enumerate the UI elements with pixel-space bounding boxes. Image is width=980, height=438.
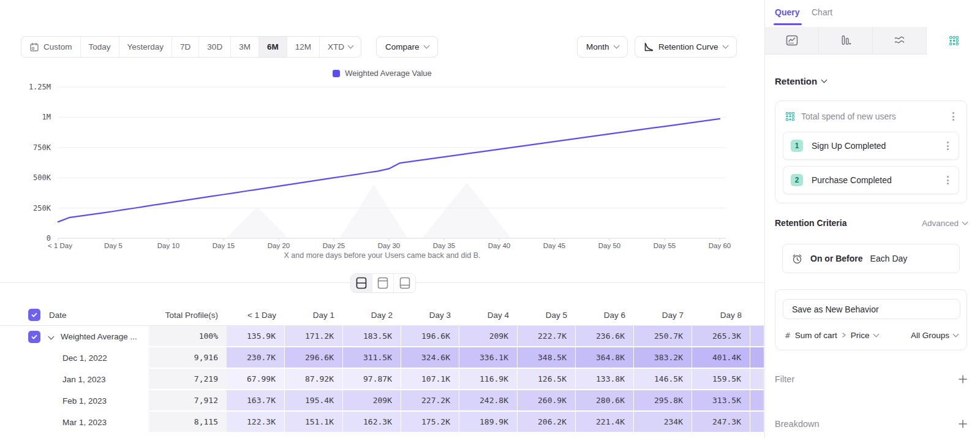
plus-icon[interactable] (959, 375, 967, 383)
kebab-menu-icon[interactable] (944, 139, 951, 153)
save-as-new-behavior-button[interactable]: Save as New Behavior (783, 299, 960, 319)
layout-chart-toggle[interactable] (372, 274, 394, 292)
column-header[interactable]: Day 2 (343, 304, 401, 325)
total-profiles-cell[interactable]: 100% (149, 326, 227, 347)
heatmap-cell[interactable]: 250.7K (634, 326, 692, 347)
heatmap-cell[interactable]: 311.5K (343, 347, 401, 369)
total-profiles-cell[interactable]: 9,916 (149, 347, 227, 369)
total-profiles-cell[interactable]: 8,115 (149, 412, 227, 433)
heatmap-cell[interactable]: 221.4K (576, 412, 634, 433)
heatmap-cell[interactable]: 336.1K (459, 347, 518, 369)
behavior-card-header[interactable]: Total spend of new users (775, 101, 967, 132)
layout-split-toggle[interactable] (351, 274, 372, 292)
behavior-step-2[interactable]: 2 Purchase Completed (783, 166, 959, 194)
heatmap-cell[interactable]: 260.9K (518, 390, 576, 412)
heatmap-cell[interactable]: 189.9K (459, 412, 518, 433)
heatmap-cell[interactable]: 295.8K (634, 390, 692, 412)
column-header[interactable]: Day 6 (576, 304, 634, 325)
range-custom[interactable]: Custom (21, 37, 81, 57)
column-header-date[interactable]: Date (0, 304, 149, 325)
heatmap-cell[interactable]: 126.5K (518, 369, 576, 390)
heatmap-cell[interactable]: 67.99K (227, 369, 285, 390)
heatmap-cell[interactable]: 97.87K (343, 369, 401, 390)
all-groups-dropdown[interactable]: All Groups (911, 331, 958, 340)
heatmap-cell[interactable]: 234K (634, 412, 692, 433)
heatmap-cell[interactable]: 116.9K (459, 369, 518, 390)
row-label-cell[interactable]: Weighted Average ... (0, 326, 149, 347)
column-header[interactable]: Total Profile(s) (149, 304, 227, 325)
heatmap-cell[interactable]: 209K (459, 326, 518, 347)
heatmap-cell-clipped[interactable] (750, 326, 764, 347)
row-checkbox[interactable] (28, 331, 40, 343)
heatmap-cell[interactable]: 122.3K (227, 412, 285, 433)
heatmap-cell[interactable]: 107.1K (401, 369, 459, 390)
range-6m[interactable]: 6M (259, 37, 287, 57)
heatmap-cell[interactable]: 247.3K (692, 412, 750, 433)
column-header[interactable]: Day 8 (692, 304, 750, 325)
heatmap-cell-clipped[interactable] (750, 347, 764, 369)
heatmap-cell[interactable]: 146.5K (634, 369, 692, 390)
report-tab-funnels[interactable] (819, 27, 873, 55)
total-profiles-cell[interactable]: 7,912 (149, 390, 227, 412)
heatmap-cell-clipped[interactable] (750, 390, 764, 412)
column-header[interactable]: Day 5 (518, 304, 576, 325)
heatmap-cell[interactable]: 280.6K (576, 390, 634, 412)
heatmap-cell-clipped[interactable] (750, 369, 764, 390)
range-7d[interactable]: 7D (172, 37, 199, 57)
advanced-dropdown[interactable]: Advanced (922, 219, 967, 228)
column-header[interactable]: Day 7 (634, 304, 692, 325)
row-label-cell[interactable]: Dec 1, 2022 (0, 347, 149, 369)
column-header[interactable]: Day 4 (459, 304, 518, 325)
heatmap-cell-clipped[interactable] (750, 412, 764, 433)
total-profiles-cell[interactable]: 7,219 (149, 369, 227, 390)
heatmap-cell[interactable]: 236.6K (576, 326, 634, 347)
column-header[interactable]: < 1 Day (227, 304, 285, 325)
layout-table-toggle[interactable] (394, 274, 415, 292)
heatmap-cell[interactable]: 364.8K (576, 347, 634, 369)
heatmap-cell[interactable]: 195.4K (285, 390, 343, 412)
report-tab-insights[interactable] (765, 27, 819, 55)
range-xtd[interactable]: XTD (320, 37, 361, 57)
tab-query[interactable]: Query (775, 7, 799, 17)
column-header[interactable]: Day 1 (285, 304, 343, 325)
heatmap-cell[interactable]: 209K (343, 390, 401, 412)
row-expander-icon[interactable] (48, 334, 55, 340)
heatmap-cell[interactable]: 242.8K (459, 390, 518, 412)
criteria-condition-box[interactable]: On or Before Each Day (782, 244, 960, 273)
heatmap-cell[interactable]: 230.7K (227, 347, 285, 369)
compare-button[interactable]: Compare (376, 36, 438, 58)
column-header[interactable]: Day 3 (401, 304, 459, 325)
range-30d[interactable]: 30D (199, 37, 231, 57)
heatmap-cell[interactable]: 159.5K (692, 369, 750, 390)
heatmap-cell[interactable]: 348.5K (518, 347, 576, 369)
heatmap-cell[interactable]: 324.6K (401, 347, 459, 369)
heatmap-cell[interactable]: 175.2K (401, 412, 459, 433)
heatmap-cell[interactable]: 222.7K (518, 326, 576, 347)
heatmap-cell[interactable]: 401.4K (692, 347, 750, 369)
granularity-button[interactable]: Month (577, 36, 628, 58)
heatmap-cell[interactable]: 183.5K (343, 326, 401, 347)
report-tab-retention[interactable] (927, 27, 980, 55)
heatmap-cell[interactable]: 151.1K (285, 412, 343, 433)
heatmap-cell[interactable]: 87.92K (285, 369, 343, 390)
range-today[interactable]: Today (81, 37, 119, 57)
behavior-step-1[interactable]: 1 Sign Up Completed (783, 132, 959, 160)
heatmap-cell[interactable]: 162.3K (343, 412, 401, 433)
heatmap-cell[interactable]: 135.9K (227, 326, 285, 347)
row-label-cell[interactable]: Feb 1, 2023 (0, 390, 149, 412)
range-12m[interactable]: 12M (287, 37, 320, 57)
retention-curve-chart[interactable]: 0250K500K750K1M1.25M< 1 DayDay 5Day 10Da… (0, 80, 764, 263)
tab-chart[interactable]: Chart (812, 7, 832, 17)
range-3m[interactable]: 3M (231, 37, 259, 57)
section-title[interactable]: Retention (775, 76, 826, 86)
heatmap-cell[interactable]: 265.3K (692, 326, 750, 347)
heatmap-cell[interactable]: 206.2K (518, 412, 576, 433)
kebab-menu-icon[interactable] (950, 110, 957, 123)
measure-row[interactable]: # Sum of cart Price All Groups (775, 319, 968, 351)
report-tab-flows[interactable] (873, 27, 927, 55)
range-yesterday[interactable]: Yesterday (119, 37, 173, 57)
heatmap-cell[interactable]: 171.2K (285, 326, 343, 347)
heatmap-cell[interactable]: 196.6K (401, 326, 459, 347)
heatmap-cell[interactable]: 383.2K (634, 347, 692, 369)
heatmap-cell[interactable]: 133.8K (576, 369, 634, 390)
